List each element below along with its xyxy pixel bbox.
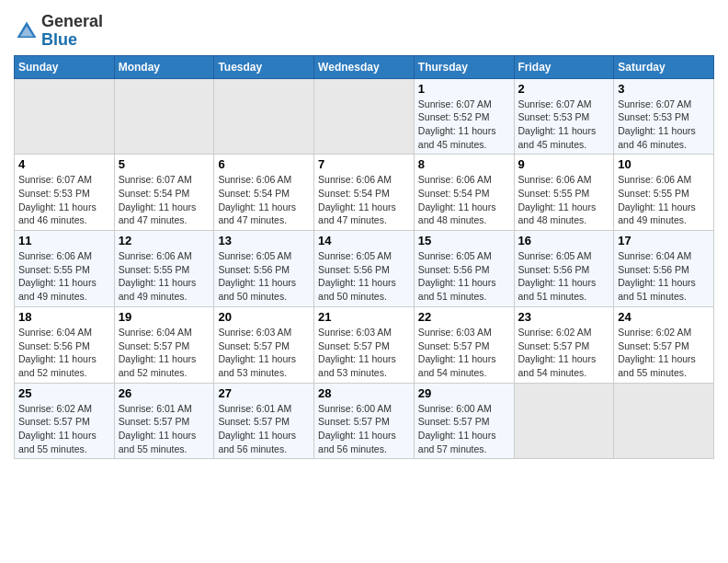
table-row xyxy=(614,383,714,459)
table-row: 8Sunrise: 6:06 AM Sunset: 5:54 PM Daylig… xyxy=(414,155,514,231)
day-number: 21 xyxy=(318,310,410,324)
day-info: Sunrise: 6:05 AM Sunset: 5:56 PM Dayligh… xyxy=(318,249,410,304)
day-number: 3 xyxy=(618,82,710,96)
table-row: 14Sunrise: 6:05 AM Sunset: 5:56 PM Dayli… xyxy=(314,231,415,307)
day-info: Sunrise: 6:07 AM Sunset: 5:54 PM Dayligh… xyxy=(119,173,210,227)
day-number: 25 xyxy=(18,386,110,400)
table-row: 25Sunrise: 6:02 AM Sunset: 5:57 PM Dayli… xyxy=(15,383,115,459)
table-row xyxy=(514,383,614,459)
day-info: Sunrise: 6:02 AM Sunset: 5:57 PM Dayligh… xyxy=(518,326,610,380)
col-monday: Monday xyxy=(114,55,214,78)
day-info: Sunrise: 6:02 AM Sunset: 5:57 PM Dayligh… xyxy=(618,326,710,380)
table-row: 4Sunrise: 6:07 AM Sunset: 5:53 PM Daylig… xyxy=(15,155,115,231)
day-info: Sunrise: 6:07 AM Sunset: 5:53 PM Dayligh… xyxy=(518,98,610,152)
day-number: 29 xyxy=(418,386,510,400)
col-sunday: Sunday xyxy=(15,55,115,78)
table-row: 9Sunrise: 6:06 AM Sunset: 5:55 PM Daylig… xyxy=(514,155,614,231)
day-number: 23 xyxy=(518,310,610,324)
day-info: Sunrise: 6:01 AM Sunset: 5:57 PM Dayligh… xyxy=(119,402,210,456)
day-number: 27 xyxy=(218,386,310,400)
day-number: 6 xyxy=(218,157,310,171)
col-thursday: Thursday xyxy=(414,55,514,78)
calendar-table: Sunday Monday Tuesday Wednesday Thursday… xyxy=(14,55,714,460)
table-row: 11Sunrise: 6:06 AM Sunset: 5:55 PM Dayli… xyxy=(15,231,115,307)
logo-text-general: General xyxy=(41,13,103,31)
day-info: Sunrise: 6:06 AM Sunset: 5:54 PM Dayligh… xyxy=(418,173,510,227)
day-number: 14 xyxy=(318,234,410,247)
day-number: 11 xyxy=(18,234,110,247)
table-row: 13Sunrise: 6:05 AM Sunset: 5:56 PM Dayli… xyxy=(214,231,314,307)
day-info: Sunrise: 6:05 AM Sunset: 5:56 PM Dayligh… xyxy=(518,249,610,304)
table-row: 20Sunrise: 6:03 AM Sunset: 5:57 PM Dayli… xyxy=(214,306,314,383)
calendar-week-row: 18Sunrise: 6:04 AM Sunset: 5:56 PM Dayli… xyxy=(15,306,714,383)
logo-text-blue: Blue xyxy=(41,31,103,50)
day-number: 16 xyxy=(518,234,610,247)
day-info: Sunrise: 6:02 AM Sunset: 5:57 PM Dayligh… xyxy=(18,402,110,456)
table-row: 28Sunrise: 6:00 AM Sunset: 5:57 PM Dayli… xyxy=(314,383,415,459)
day-info: Sunrise: 6:04 AM Sunset: 5:57 PM Dayligh… xyxy=(119,326,210,380)
day-info: Sunrise: 6:06 AM Sunset: 5:54 PM Dayligh… xyxy=(218,173,310,227)
calendar-week-row: 4Sunrise: 6:07 AM Sunset: 5:53 PM Daylig… xyxy=(15,155,714,231)
day-info: Sunrise: 6:00 AM Sunset: 5:57 PM Dayligh… xyxy=(418,402,510,456)
logo-icon xyxy=(14,18,40,44)
day-number: 28 xyxy=(318,386,410,400)
day-number: 17 xyxy=(618,234,710,247)
day-number: 5 xyxy=(119,157,210,171)
day-info: Sunrise: 6:01 AM Sunset: 5:57 PM Dayligh… xyxy=(218,402,310,456)
day-number: 4 xyxy=(18,157,110,171)
day-number: 15 xyxy=(418,234,510,247)
day-number: 2 xyxy=(518,82,610,96)
table-row: 24Sunrise: 6:02 AM Sunset: 5:57 PM Dayli… xyxy=(614,306,714,383)
table-row xyxy=(114,78,214,155)
table-row: 21Sunrise: 6:03 AM Sunset: 5:57 PM Dayli… xyxy=(314,306,415,383)
table-row: 18Sunrise: 6:04 AM Sunset: 5:56 PM Dayli… xyxy=(15,306,115,383)
day-number: 13 xyxy=(218,234,310,247)
col-wednesday: Wednesday xyxy=(314,55,415,78)
table-row: 19Sunrise: 6:04 AM Sunset: 5:57 PM Dayli… xyxy=(114,306,214,383)
table-row: 22Sunrise: 6:03 AM Sunset: 5:57 PM Dayli… xyxy=(414,306,514,383)
table-row: 15Sunrise: 6:05 AM Sunset: 5:56 PM Dayli… xyxy=(414,231,514,307)
day-info: Sunrise: 6:06 AM Sunset: 5:55 PM Dayligh… xyxy=(518,173,610,227)
col-saturday: Saturday xyxy=(614,55,714,78)
day-info: Sunrise: 6:07 AM Sunset: 5:52 PM Dayligh… xyxy=(418,98,510,152)
day-number: 9 xyxy=(518,157,610,171)
table-row: 23Sunrise: 6:02 AM Sunset: 5:57 PM Dayli… xyxy=(514,306,614,383)
day-info: Sunrise: 6:00 AM Sunset: 5:57 PM Dayligh… xyxy=(318,402,410,456)
day-info: Sunrise: 6:07 AM Sunset: 5:53 PM Dayligh… xyxy=(618,98,710,152)
page-header: General Blue xyxy=(14,9,714,50)
table-row: 12Sunrise: 6:06 AM Sunset: 5:55 PM Dayli… xyxy=(114,231,214,307)
col-tuesday: Tuesday xyxy=(214,55,314,78)
table-row: 3Sunrise: 6:07 AM Sunset: 5:53 PM Daylig… xyxy=(614,78,714,155)
day-info: Sunrise: 6:07 AM Sunset: 5:53 PM Dayligh… xyxy=(18,173,110,227)
table-row: 27Sunrise: 6:01 AM Sunset: 5:57 PM Dayli… xyxy=(214,383,314,459)
table-row: 1Sunrise: 6:07 AM Sunset: 5:52 PM Daylig… xyxy=(414,78,514,155)
day-info: Sunrise: 6:06 AM Sunset: 5:55 PM Dayligh… xyxy=(618,173,710,227)
day-info: Sunrise: 6:06 AM Sunset: 5:55 PM Dayligh… xyxy=(18,249,110,304)
day-info: Sunrise: 6:05 AM Sunset: 5:56 PM Dayligh… xyxy=(418,249,510,304)
table-row xyxy=(15,78,115,155)
day-number: 8 xyxy=(418,157,510,171)
table-row: 6Sunrise: 6:06 AM Sunset: 5:54 PM Daylig… xyxy=(214,155,314,231)
logo: General Blue xyxy=(14,13,103,50)
table-row: 26Sunrise: 6:01 AM Sunset: 5:57 PM Dayli… xyxy=(114,383,214,459)
day-number: 19 xyxy=(119,310,210,324)
day-number: 10 xyxy=(618,157,710,171)
table-row: 5Sunrise: 6:07 AM Sunset: 5:54 PM Daylig… xyxy=(114,155,214,231)
day-info: Sunrise: 6:03 AM Sunset: 5:57 PM Dayligh… xyxy=(418,326,510,380)
day-number: 7 xyxy=(318,157,410,171)
col-friday: Friday xyxy=(514,55,614,78)
calendar-week-row: 1Sunrise: 6:07 AM Sunset: 5:52 PM Daylig… xyxy=(15,78,714,155)
table-row xyxy=(314,78,415,155)
calendar-week-row: 25Sunrise: 6:02 AM Sunset: 5:57 PM Dayli… xyxy=(15,383,714,459)
day-info: Sunrise: 6:03 AM Sunset: 5:57 PM Dayligh… xyxy=(218,326,310,380)
table-row: 29Sunrise: 6:00 AM Sunset: 5:57 PM Dayli… xyxy=(414,383,514,459)
day-number: 1 xyxy=(418,82,510,96)
day-number: 20 xyxy=(218,310,310,324)
day-number: 26 xyxy=(119,386,210,400)
day-info: Sunrise: 6:03 AM Sunset: 5:57 PM Dayligh… xyxy=(318,326,410,380)
day-number: 22 xyxy=(418,310,510,324)
day-info: Sunrise: 6:06 AM Sunset: 5:55 PM Dayligh… xyxy=(119,249,210,304)
table-row: 17Sunrise: 6:04 AM Sunset: 5:56 PM Dayli… xyxy=(614,231,714,307)
table-row: 2Sunrise: 6:07 AM Sunset: 5:53 PM Daylig… xyxy=(514,78,614,155)
calendar-header-row: Sunday Monday Tuesday Wednesday Thursday… xyxy=(15,55,714,78)
